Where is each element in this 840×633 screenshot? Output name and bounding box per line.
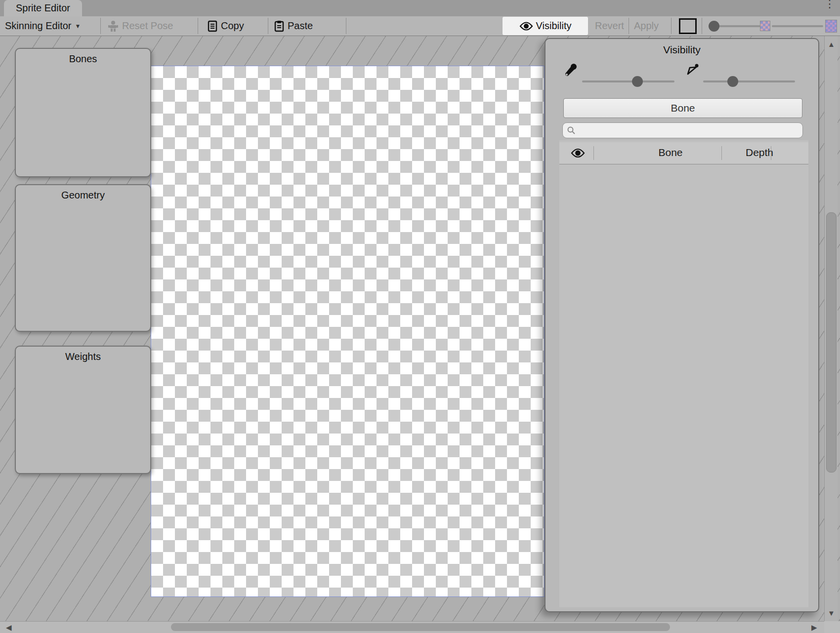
toolbar-separator	[629, 18, 629, 34]
depth-column-header: Depth	[730, 147, 789, 158]
work-area: Bones Geometry Weights Visibility	[0, 36, 840, 621]
rgb-swatch-icon	[679, 18, 697, 34]
toolbar-separator	[702, 18, 702, 34]
skinning-editor-label: Skinning Editor	[5, 20, 72, 32]
visibility-label: Visibility	[536, 20, 572, 32]
bone-table-header: Bone Depth	[559, 142, 808, 164]
toolbar-separator	[671, 18, 672, 34]
revert-label: Revert	[595, 20, 624, 32]
toolbar-separator	[346, 18, 346, 34]
tab-bone-label: Bone	[671, 102, 695, 114]
overflow-menu-icon[interactable]: ⋮	[824, 1, 831, 6]
vertical-scrollbar[interactable]: ▲ ▼	[824, 36, 838, 621]
bone-size-slider-track[interactable]	[582, 80, 674, 82]
copy-icon	[208, 20, 217, 32]
chevron-down-icon: ▼	[75, 23, 81, 30]
toolbar-separator	[268, 18, 268, 34]
opacity-slider-knob[interactable]	[709, 21, 719, 32]
scrollbar-corner	[824, 621, 840, 633]
mesh-opacity-slider-track[interactable]	[772, 25, 823, 27]
revert-button[interactable]: Revert	[595, 16, 624, 36]
bone-filled-icon	[564, 63, 578, 78]
paste-label: Paste	[288, 20, 313, 32]
bone-opacity-slider-track[interactable]	[703, 80, 795, 82]
person-icon	[108, 20, 119, 32]
apply-label: Apply	[634, 20, 659, 32]
opacity-slider-track[interactable]	[715, 25, 760, 27]
horizontal-scrollbar[interactable]: ◀ ▶	[0, 621, 824, 633]
visibility-toggle-button[interactable]: Visibility	[503, 17, 588, 35]
main-toolbar: Skinning Editor ▼ Reset Pose Copy	[0, 16, 840, 36]
bone-size-slider-knob[interactable]	[632, 76, 643, 87]
visibility-panel: Visibility Bone	[545, 38, 819, 612]
tab-label: Sprite Editor	[16, 2, 70, 14]
bones-panel-title: Bones	[16, 53, 150, 65]
horizontal-scrollbar-thumb[interactable]	[171, 623, 670, 631]
copy-button[interactable]: Copy	[208, 16, 244, 36]
weights-panel: Weights	[15, 346, 151, 474]
mesh-opacity-swatch-icon	[825, 16, 837, 36]
bone-search-field[interactable]	[562, 122, 803, 138]
scroll-right-icon[interactable]: ▶	[811, 623, 817, 632]
column-separator	[593, 146, 594, 160]
copy-label: Copy	[221, 20, 244, 32]
apply-button[interactable]: Apply	[634, 16, 659, 36]
reset-pose-label: Reset Pose	[122, 20, 173, 32]
search-input[interactable]	[576, 125, 802, 136]
bone-outline-icon	[685, 63, 700, 78]
scroll-down-icon[interactable]: ▼	[828, 609, 835, 617]
scroll-left-icon[interactable]: ◀	[6, 623, 12, 632]
bone-table: Bone Depth	[559, 140, 808, 607]
scroll-up-icon[interactable]: ▲	[828, 40, 835, 48]
toolbar-separator	[198, 18, 198, 34]
eye-icon	[519, 21, 533, 31]
bones-panel: Bones	[15, 48, 151, 177]
sprite-artwork	[151, 66, 544, 596]
paste-icon	[274, 20, 284, 32]
geometry-panel-title: Geometry	[16, 190, 150, 201]
visibility-panel-title: Visibility	[546, 44, 818, 56]
tab-bone[interactable]: Bone	[563, 98, 802, 118]
toolbar-separator	[100, 18, 101, 34]
sprite-canvas[interactable]	[151, 66, 545, 597]
column-separator	[771, 146, 771, 160]
search-icon	[567, 126, 576, 135]
tab-bar: Sprite Editor ⋮	[0, 0, 840, 16]
bone-column-header: Bone	[638, 147, 703, 158]
sprite-display-mode-button[interactable]	[679, 16, 697, 36]
bone-opacity-slider-knob[interactable]	[727, 76, 738, 87]
bone-table-rows	[559, 164, 808, 607]
weights-panel-title: Weights	[16, 351, 150, 362]
skinning-editor-dropdown[interactable]: Skinning Editor ▼	[5, 16, 81, 36]
tab-sprite-editor[interactable]: Sprite Editor	[4, 0, 82, 16]
eye-column-icon[interactable]	[571, 148, 585, 158]
geometry-panel: Geometry	[15, 184, 151, 332]
sprite-editor-window: Sprite Editor ⋮ Skinning Editor ▼ Reset …	[0, 0, 840, 633]
vertical-scrollbar-thumb[interactable]	[826, 212, 837, 473]
column-separator	[721, 146, 722, 160]
reset-pose-button[interactable]: Reset Pose	[108, 16, 173, 36]
bone-opacity-swatch-icon	[760, 16, 770, 36]
paste-button[interactable]: Paste	[274, 16, 313, 36]
